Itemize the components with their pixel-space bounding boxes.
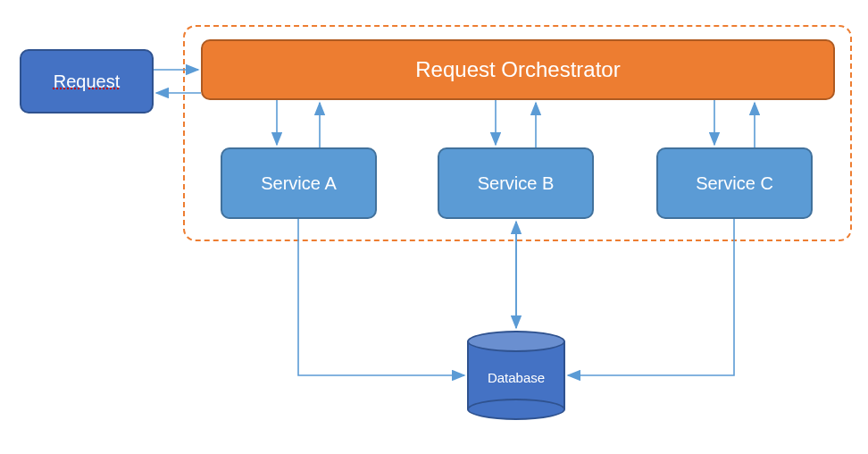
arrow-service-a-to-db xyxy=(298,219,464,375)
request-label: Request xyxy=(54,71,121,92)
orchestrator-label: Request Orchestrator xyxy=(415,57,620,82)
orchestrator-node: Request Orchestrator xyxy=(201,39,835,100)
cylinder-bottom xyxy=(467,399,565,420)
cylinder-top xyxy=(467,331,565,352)
service-b-node: Service B xyxy=(438,147,594,219)
service-a-label: Service A xyxy=(261,173,336,194)
database-node: Database xyxy=(467,331,565,420)
request-node: Request xyxy=(20,49,154,114)
database-label: Database xyxy=(467,370,565,385)
service-c-node: Service C xyxy=(656,147,813,219)
arrow-service-c-to-db xyxy=(568,219,734,375)
service-a-node: Service A xyxy=(221,147,377,219)
service-b-label: Service B xyxy=(478,173,555,194)
service-c-label: Service C xyxy=(696,173,773,194)
